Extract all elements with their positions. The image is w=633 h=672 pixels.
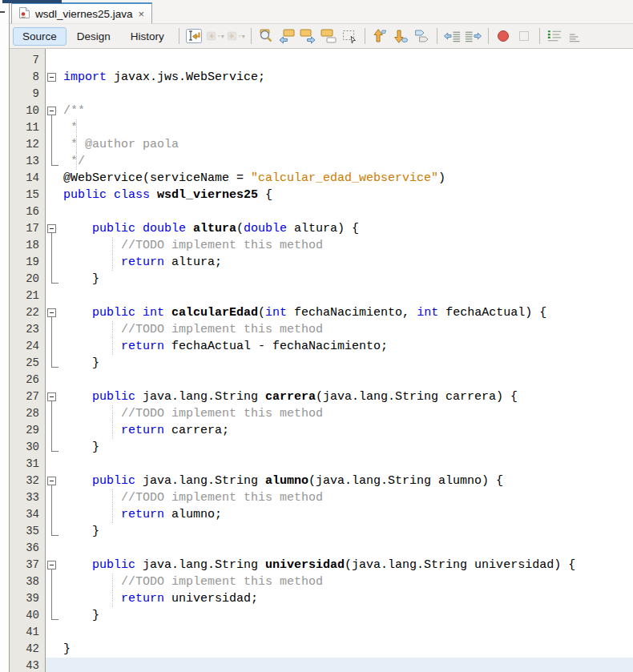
- code-text[interactable]: [63, 52, 633, 69]
- code-text[interactable]: [63, 86, 633, 103]
- last-edit-icon[interactable]: [184, 27, 204, 46]
- view-button-history[interactable]: History: [121, 27, 174, 46]
- code-line[interactable]: 30 }: [10, 439, 633, 456]
- code-line[interactable]: 9: [10, 86, 633, 103]
- code-text[interactable]: [63, 372, 633, 388]
- code-line[interactable]: 39 return universidad;: [10, 590, 633, 607]
- shift-left-icon[interactable]: [442, 27, 462, 46]
- line-number[interactable]: 29: [10, 422, 46, 439]
- code-line[interactable]: 22 public int calcularEdad(int fechaNaci…: [10, 304, 633, 321]
- fold-collapse-icon[interactable]: [47, 477, 56, 485]
- code-text[interactable]: @WebService(serviceName = "calcular_edad…: [63, 170, 633, 187]
- code-line[interactable]: 27 public java.lang.String carrera(java.…: [10, 388, 633, 405]
- line-number[interactable]: 33: [10, 489, 46, 506]
- line-number[interactable]: 18: [10, 237, 46, 254]
- code-editor[interactable]: 78import javax.jws.WebService;910/**11 *…: [10, 49, 633, 672]
- code-line[interactable]: 24 return fechaActual - fechaNacimiento;: [10, 338, 633, 355]
- code-text[interactable]: return carrera;: [63, 422, 633, 439]
- code-line[interactable]: 19 return altura;: [10, 254, 633, 271]
- code-line[interactable]: 12 * @author paola: [10, 136, 633, 153]
- close-icon[interactable]: ×: [138, 9, 146, 19]
- code-text[interactable]: [63, 624, 633, 641]
- code-line[interactable]: 43: [10, 658, 633, 672]
- line-number[interactable]: 37: [10, 557, 46, 573]
- line-number[interactable]: 15: [10, 187, 46, 203]
- code-line[interactable]: 40 }: [10, 607, 633, 624]
- tab-wsdl-viernes25-java[interactable]: wsdl_viernes25.java ×: [11, 2, 152, 24]
- code-line[interactable]: 15public class wsdl_viernes25 {: [10, 187, 633, 203]
- code-line[interactable]: 20 }: [10, 271, 633, 288]
- code-text[interactable]: public java.lang.String alumno(java.lang…: [63, 473, 633, 489]
- line-number[interactable]: 41: [10, 624, 46, 641]
- line-number[interactable]: 14: [10, 170, 46, 187]
- code-text[interactable]: }: [63, 607, 633, 624]
- code-text[interactable]: public java.lang.String carrera(java.lan…: [63, 388, 633, 405]
- code-text[interactable]: /**: [63, 103, 633, 119]
- line-number[interactable]: 38: [10, 573, 46, 590]
- code-line[interactable]: 32 public java.lang.String alumno(java.l…: [10, 473, 633, 489]
- line-number[interactable]: 24: [10, 338, 46, 355]
- code-line[interactable]: 42}: [10, 641, 633, 658]
- line-number[interactable]: 25: [10, 355, 46, 372]
- code-text[interactable]: }: [63, 523, 633, 540]
- line-number[interactable]: 32: [10, 473, 46, 489]
- line-number[interactable]: 31: [10, 456, 46, 473]
- code-text[interactable]: }: [63, 355, 633, 372]
- toggle-highlight-icon[interactable]: [319, 27, 339, 46]
- line-number[interactable]: 12: [10, 136, 46, 153]
- line-number[interactable]: 7: [10, 52, 46, 69]
- code-text[interactable]: //TODO implement this method: [63, 489, 633, 506]
- code-text[interactable]: [63, 540, 633, 557]
- line-number[interactable]: 39: [10, 590, 46, 607]
- line-number[interactable]: 9: [10, 86, 46, 103]
- code-text[interactable]: }: [63, 271, 633, 288]
- code-line[interactable]: 34 return alumno;: [10, 506, 633, 523]
- line-number[interactable]: 36: [10, 540, 46, 557]
- code-line[interactable]: 17 public double altura(double altura) {: [10, 220, 633, 237]
- code-text[interactable]: public double altura(double altura) {: [63, 220, 633, 237]
- line-number[interactable]: 40: [10, 607, 46, 624]
- fold-collapse-icon[interactable]: [47, 73, 56, 82]
- code-line[interactable]: 16: [10, 203, 633, 220]
- view-button-source[interactable]: Source: [13, 27, 67, 46]
- toggle-bookmark-icon[interactable]: [412, 27, 432, 46]
- line-number[interactable]: 8: [10, 69, 46, 86]
- line-number[interactable]: 34: [10, 506, 46, 523]
- code-line[interactable]: 29 return carrera;: [10, 422, 633, 439]
- start-macro-icon[interactable]: [494, 27, 514, 46]
- code-text[interactable]: return universidad;: [63, 590, 633, 607]
- line-number[interactable]: 35: [10, 523, 46, 540]
- line-number[interactable]: 11: [10, 119, 46, 136]
- line-number[interactable]: 42: [10, 641, 46, 658]
- code-text[interactable]: public int calcularEdad(int fechaNacimie…: [63, 304, 633, 321]
- code-text[interactable]: }: [63, 439, 633, 456]
- line-number[interactable]: 27: [10, 388, 46, 405]
- find-next-icon[interactable]: [298, 27, 318, 46]
- code-text[interactable]: //TODO implement this method: [63, 573, 633, 590]
- code-text[interactable]: *: [63, 119, 633, 136]
- code-text[interactable]: return fechaActual - fechaNacimiento;: [63, 338, 633, 355]
- code-line[interactable]: 23 //TODO implement this method: [10, 321, 633, 338]
- line-number[interactable]: 30: [10, 439, 46, 456]
- code-line[interactable]: 38 //TODO implement this method: [10, 573, 633, 590]
- code-line[interactable]: 21: [10, 288, 633, 304]
- code-text[interactable]: //TODO implement this method: [63, 237, 633, 254]
- line-number[interactable]: 17: [10, 220, 46, 237]
- next-bookmark-icon[interactable]: [391, 27, 411, 46]
- code-text[interactable]: //TODO implement this method: [63, 321, 633, 338]
- uncomment-icon[interactable]: [566, 27, 586, 46]
- code-line[interactable]: 31: [10, 456, 633, 473]
- line-number[interactable]: 28: [10, 405, 46, 422]
- find-previous-icon[interactable]: [277, 27, 297, 46]
- code-line[interactable]: 35 }: [10, 523, 633, 540]
- code-text[interactable]: [63, 658, 633, 672]
- fold-collapse-icon[interactable]: [47, 224, 56, 233]
- code-line[interactable]: 18 //TODO implement this method: [10, 237, 633, 254]
- line-number[interactable]: 23: [10, 321, 46, 338]
- line-number[interactable]: 19: [10, 254, 46, 271]
- line-number[interactable]: 20: [10, 271, 46, 288]
- code-text[interactable]: }: [63, 641, 633, 658]
- code-text[interactable]: return alumno;: [63, 506, 633, 523]
- code-text[interactable]: import javax.jws.WebService;: [63, 69, 633, 86]
- code-text[interactable]: //TODO implement this method: [63, 405, 633, 422]
